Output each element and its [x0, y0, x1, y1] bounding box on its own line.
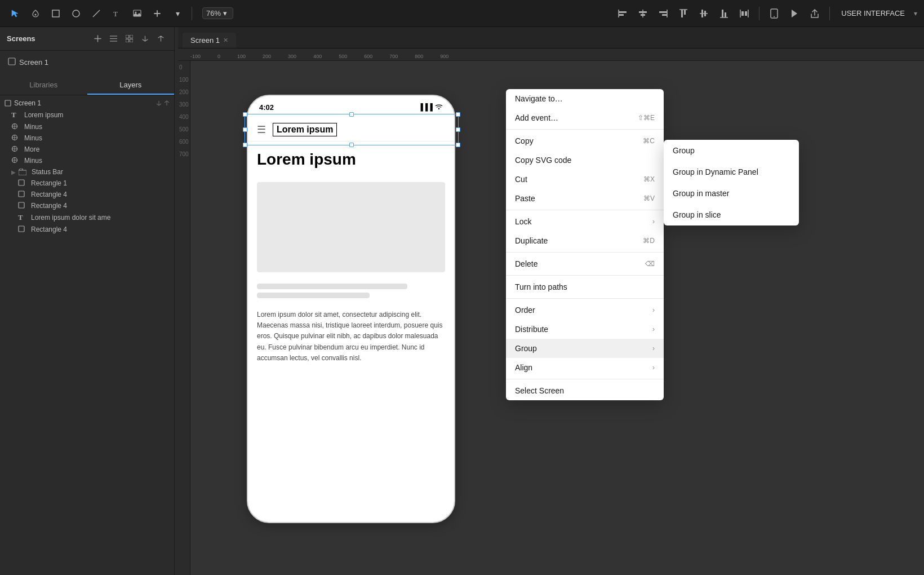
svg-rect-14: [662, 14, 667, 16]
layer-component-icon-3: [11, 145, 19, 153]
align-right-btn[interactable]: [655, 6, 671, 21]
screens-title: Screens: [7, 34, 35, 43]
layer-item-3[interactable]: More: [0, 144, 174, 155]
handle-mr: [456, 127, 460, 132]
layer-item-5[interactable]: ▶ Status Bar: [0, 166, 174, 178]
ellipse-tool[interactable]: [68, 5, 85, 22]
toolbar: T ▾ 76% ▾: [0, 0, 924, 27]
ctx-lock[interactable]: Lock ›: [506, 212, 664, 231]
share-btn[interactable]: [807, 6, 823, 21]
screen-view-btn[interactable]: [106, 32, 120, 46]
more-tool[interactable]: ▾: [169, 5, 186, 22]
ctx-delete[interactable]: Delete ⌫: [506, 254, 664, 273]
svg-rect-23: [725, 12, 726, 17]
align-center-v-btn[interactable]: [635, 6, 651, 21]
layer-item-9[interactable]: TLorem ipsum dolor sit ame: [0, 211, 174, 224]
layer-rect-icon-8: [18, 202, 26, 210]
align-distribute-h-btn[interactable]: [736, 6, 752, 21]
canvas-area[interactable]: -100 0 100 200 300 400 500 600 700 800 9…: [178, 48, 924, 575]
ctx-copy-svg[interactable]: Copy SVG code: [506, 151, 664, 170]
layer-item-7[interactable]: Rectangle 4: [0, 189, 174, 200]
ctx-div3: [506, 252, 664, 253]
layer-items-container: TLorem ipsum Minus Minus More: [0, 109, 174, 235]
layer-item-4[interactable]: Minus: [0, 155, 174, 166]
layer-item-1[interactable]: Minus: [0, 121, 174, 132]
phone-status-bar: 4:02 ▐▐▐: [248, 96, 454, 118]
sub-group[interactable]: Group: [664, 140, 799, 161]
align-bottom-btn[interactable]: [716, 6, 732, 21]
ctx-align-label: Align: [515, 363, 650, 372]
play-btn[interactable]: [787, 6, 802, 21]
layer-item-2[interactable]: Minus: [0, 132, 174, 144]
ruler-h-mark-2: 100: [237, 54, 246, 59]
ctx-select-screen[interactable]: Select Screen: [506, 381, 664, 400]
svg-rect-13: [659, 11, 667, 13]
ctx-duplicate[interactable]: Duplicate ⌘D: [506, 231, 664, 250]
screen-item-label: Screen 1: [19, 58, 48, 67]
ctx-distribute[interactable]: Distribute ›: [506, 320, 664, 339]
layer-item-10[interactable]: Rectangle 4: [0, 224, 174, 235]
align-middle-btn[interactable]: [696, 6, 712, 21]
text-tool[interactable]: T: [108, 5, 125, 22]
layer-item-label-8: Rectangle 4: [31, 202, 67, 210]
svg-rect-54: [19, 191, 24, 197]
align-left-btn[interactable]: [615, 6, 630, 21]
ctx-copy[interactable]: Copy ⌘C: [506, 131, 664, 151]
layers-screen-header[interactable]: Screen 1: [0, 98, 174, 109]
status-icons: ▐▐▐: [418, 103, 443, 111]
ctx-align[interactable]: Align ›: [506, 358, 664, 377]
add-tool[interactable]: [149, 5, 166, 22]
line-tool[interactable]: [88, 5, 105, 22]
layer-item-label-5: Status Bar: [32, 168, 63, 176]
layer-item-label-0: Lorem ipsum: [24, 111, 63, 119]
ctx-distribute-arrow: ›: [652, 325, 655, 333]
tab-libraries[interactable]: Libraries: [0, 76, 87, 95]
project-name[interactable]: USER INTERFACE: [837, 7, 909, 20]
screen-item-1[interactable]: Screen 1: [5, 55, 170, 69]
ctx-select-screen-label: Select Screen: [515, 386, 655, 395]
svg-rect-17: [684, 10, 686, 15]
phone-time: 4:02: [259, 103, 274, 112]
zoom-control[interactable]: 76% ▾: [202, 7, 233, 19]
ruler-v-mark-7: 700: [178, 148, 190, 160]
ctx-distribute-label: Distribute: [515, 325, 650, 334]
sub-group-in-master[interactable]: Group in master: [664, 183, 799, 204]
pen-tool[interactable]: [27, 5, 44, 22]
ctx-order[interactable]: Order ›: [506, 300, 664, 320]
layer-text-icon-0: T: [11, 110, 19, 120]
sep3: [829, 7, 830, 20]
handle-br: [456, 143, 460, 147]
svg-rect-22: [722, 10, 723, 17]
add-screen-btn[interactable]: [91, 32, 104, 46]
ctx-add-event[interactable]: Add event… ⇧⌘E: [506, 108, 664, 127]
ruler-v-mark-3: 300: [178, 98, 190, 110]
ctx-cut[interactable]: Cut ⌘X: [506, 170, 664, 189]
ctx-paste[interactable]: Paste ⌘V: [506, 189, 664, 208]
layer-item-8[interactable]: Rectangle 4: [0, 200, 174, 211]
layers-arrows: [156, 100, 170, 106]
sub-group-in-slice[interactable]: Group in slice: [664, 204, 799, 225]
select-tool[interactable]: [7, 5, 24, 22]
ctx-paste-label: Paste: [515, 194, 639, 203]
rectangle-tool[interactable]: [47, 5, 64, 22]
screen-grid-btn[interactable]: [122, 32, 136, 46]
layer-item-0[interactable]: TLorem ipsum: [0, 109, 174, 121]
align-top-btn[interactable]: [676, 6, 691, 21]
screen-sort-down-btn[interactable]: [138, 32, 152, 46]
tab-layers[interactable]: Layers: [87, 76, 175, 95]
ruler-h-mark-0: -100: [190, 54, 201, 59]
svg-rect-55: [19, 202, 24, 208]
image-tool[interactable]: [128, 5, 145, 22]
sub-group-dynamic-panel[interactable]: Group in Dynamic Panel: [664, 161, 799, 183]
canvas-tab-close[interactable]: ✕: [223, 37, 228, 44]
ctx-group[interactable]: Group ›: [506, 339, 664, 358]
ctx-paste-shortcut: ⌘V: [643, 194, 655, 202]
canvas-tab-screen1[interactable]: Screen 1 ✕: [183, 33, 236, 48]
project-chevron[interactable]: ▾: [914, 10, 917, 17]
device-btn[interactable]: [766, 6, 782, 21]
phone-lines: [248, 277, 454, 305]
screen-sort-up-btn[interactable]: [154, 32, 167, 46]
ctx-navigate-to[interactable]: Navigate to…: [506, 89, 664, 108]
ctx-turn-into-paths[interactable]: Turn into paths: [506, 277, 664, 297]
layer-item-6[interactable]: Rectangle 1: [0, 178, 174, 189]
